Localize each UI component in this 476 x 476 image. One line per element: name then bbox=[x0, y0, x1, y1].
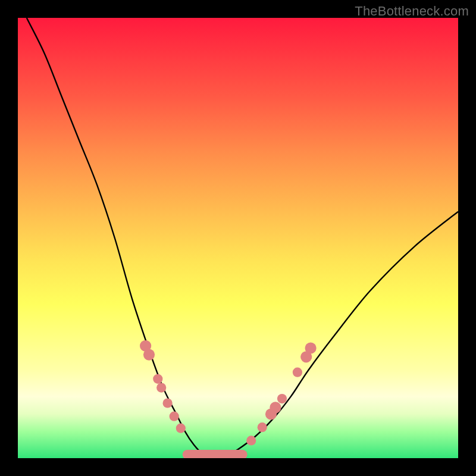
chart-svg bbox=[18, 18, 458, 458]
data-dot bbox=[258, 422, 267, 432]
data-dot bbox=[163, 398, 173, 408]
data-dot bbox=[270, 402, 281, 413]
data-dot bbox=[143, 349, 155, 361]
data-dot bbox=[277, 394, 287, 403]
data-dot bbox=[246, 436, 256, 445]
data-dot bbox=[176, 424, 186, 433]
plot-area bbox=[18, 18, 458, 458]
curve-group bbox=[27, 18, 458, 456]
watermark-text: TheBottleneck.com bbox=[355, 4, 469, 19]
data-dot bbox=[156, 383, 166, 393]
data-dot bbox=[153, 374, 162, 384]
data-dot bbox=[170, 412, 179, 421]
data-dot bbox=[293, 368, 302, 377]
bottleneck-curve bbox=[27, 18, 458, 456]
chart-frame: TheBottleneck.com bbox=[0, 0, 476, 476]
data-dot bbox=[305, 342, 317, 353]
data-dots bbox=[140, 340, 317, 446]
